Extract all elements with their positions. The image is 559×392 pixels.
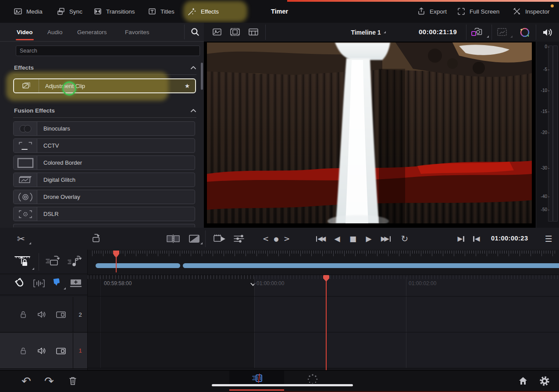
- tab-favorites[interactable]: Favorites: [125, 23, 150, 41]
- step-forward-button[interactable]: >: [282, 228, 291, 250]
- magnet-icon: [14, 277, 26, 290]
- transform-icon: [496, 26, 508, 38]
- color-effects-button[interactable]: [518, 26, 534, 39]
- effect-item-adjustment-clip[interactable]: Adjustment Clip ★: [13, 78, 196, 93]
- transition-button[interactable]: [188, 234, 201, 244]
- mixer-button[interactable]: [232, 234, 246, 244]
- redo-button[interactable]: ↷: [41, 371, 57, 392]
- edit-mode-tool-button[interactable]: [13, 254, 33, 270]
- timeline-playhead[interactable]: [326, 275, 327, 370]
- snapping-button[interactable]: [14, 277, 26, 290]
- timeline-scrollbar-segment[interactable]: [183, 263, 559, 268]
- audio-waveform-button[interactable]: [32, 278, 46, 289]
- lane-divider: [88, 368, 559, 368]
- add-track-button[interactable]: [69, 278, 82, 288]
- home-button[interactable]: [514, 371, 532, 392]
- track-visibility-button[interactable]: [55, 310, 67, 319]
- track-lock-button[interactable]: [18, 346, 28, 356]
- trim-mode-button[interactable]: [213, 233, 227, 244]
- settings-button[interactable]: [536, 371, 553, 392]
- timeline-selector[interactable]: Timeline 1: [335, 23, 401, 42]
- match-frame-in-button[interactable]: ◀: [470, 228, 483, 250]
- go-to-end-button[interactable]: ▶▶: [378, 228, 394, 250]
- effect-item-colored-border[interactable]: Colored Border: [13, 155, 195, 170]
- effect-item-drone-overlay[interactable]: Drone Overlay: [13, 190, 195, 204]
- track-mute-button[interactable]: [37, 346, 47, 356]
- nav-media[interactable]: Media: [13, 0, 43, 23]
- dropdown-caret-icon: [29, 242, 31, 244]
- transform-overlay-button[interactable]: [496, 26, 513, 39]
- delete-button[interactable]: [65, 371, 81, 392]
- undo-button[interactable]: ↶: [18, 371, 34, 392]
- track-visibility-button[interactable]: [55, 346, 67, 356]
- nav-titles[interactable]: Titles: [147, 0, 174, 23]
- audio-meter-channel-right: [553, 46, 558, 222]
- insert-video-button[interactable]: [45, 255, 61, 268]
- effect-item-partial[interactable]: [13, 224, 195, 227]
- search-button[interactable]: [189, 26, 201, 38]
- inspector-label: Inspector: [525, 8, 550, 15]
- ruler-gridline: [254, 277, 255, 368]
- tab-generators[interactable]: Generators: [77, 23, 107, 41]
- play-reverse-button[interactable]: ◀: [331, 228, 343, 250]
- search-input[interactable]: [16, 46, 200, 56]
- cut-tool-button[interactable]: ✂: [12, 228, 30, 250]
- panel-scrollbar[interactable]: [201, 63, 203, 90]
- insert-audio-button[interactable]: [67, 255, 83, 268]
- match-frame-out-button[interactable]: ▶: [454, 228, 467, 250]
- effect-item-binoculars[interactable]: Binoculars: [13, 121, 195, 136]
- effect-item-cctv[interactable]: CCTV: [13, 138, 195, 153]
- source-clip-view-button[interactable]: [229, 27, 241, 37]
- export-button[interactable]: Export: [417, 0, 447, 23]
- insert-clip-button[interactable]: [90, 233, 102, 244]
- track-header-1[interactable]: 1: [0, 333, 87, 368]
- favorite-star-icon[interactable]: ★: [179, 79, 195, 92]
- step-back-button[interactable]: <: [261, 228, 270, 250]
- effects-collapse-button[interactable]: [190, 65, 197, 71]
- audio-monitor-button[interactable]: [541, 27, 554, 38]
- go-to-start-button[interactable]: ◀◀: [313, 228, 329, 250]
- inspector-button[interactable]: Inspector: [512, 0, 550, 23]
- loop-button[interactable]: ↻: [398, 228, 411, 250]
- transitions-icon: [93, 7, 103, 16]
- video-preview[interactable]: [204, 42, 536, 228]
- track-header-2[interactable]: 2: [0, 297, 87, 332]
- track-lock-button[interactable]: [18, 310, 28, 319]
- split-clip-button[interactable]: [166, 234, 181, 244]
- meter-tick: [548, 112, 549, 112]
- split-clip-icon: [166, 234, 181, 244]
- effect-item-dslr[interactable]: DSLR: [13, 207, 195, 221]
- timeline-scrollbar-segment[interactable]: [96, 263, 180, 268]
- binoculars-icon: [14, 122, 37, 135]
- sync-icon: [56, 7, 66, 16]
- home-indicator[interactable]: [212, 384, 353, 386]
- nav-media-label: Media: [26, 8, 43, 15]
- nav-effects[interactable]: Effects: [187, 0, 219, 23]
- bar-icon: [390, 236, 391, 242]
- camera-overlay-button[interactable]: [470, 26, 489, 39]
- adjustment-clip-icon: [21, 81, 32, 91]
- play-button[interactable]: ▶: [363, 228, 374, 250]
- effect-item-digital-glitch[interactable]: Digital Glitch: [13, 173, 195, 187]
- timeline-view-button[interactable]: [248, 27, 259, 37]
- record-dot-button[interactable]: ●: [272, 228, 281, 250]
- effect-label: Digital Glitch: [37, 173, 195, 187]
- timeline-options-menu[interactable]: ☰: [542, 228, 555, 250]
- media-pool-view-button[interactable]: [212, 27, 222, 37]
- tab-video[interactable]: Video: [17, 23, 33, 41]
- stop-button[interactable]: ■: [347, 228, 359, 250]
- meter-label: -15: [541, 109, 547, 114]
- fullscreen-button[interactable]: Full Screen: [456, 0, 499, 23]
- track-mute-button[interactable]: [37, 310, 47, 319]
- tab-audio[interactable]: Audio: [47, 23, 63, 41]
- waterfall-video-frame: [207, 42, 532, 223]
- page-title: Timer: [271, 0, 288, 23]
- flag-marker-button[interactable]: [52, 277, 64, 289]
- nav-transitions[interactable]: Transitions: [93, 0, 135, 23]
- nav-sync[interactable]: Sync: [56, 0, 82, 23]
- lane-divider: [88, 296, 559, 297]
- fusion-collapse-button[interactable]: [190, 108, 197, 114]
- fullscreen-icon: [456, 7, 466, 16]
- meter-tick: [548, 133, 549, 133]
- insert-video-icon: [45, 255, 61, 268]
